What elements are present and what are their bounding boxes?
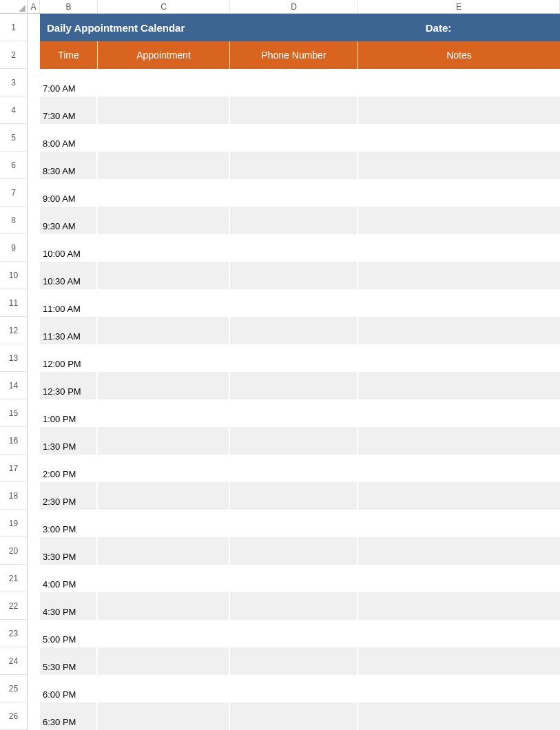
row-number[interactable]: 21 <box>0 565 27 592</box>
row-number[interactable]: 2 <box>0 41 27 69</box>
phone-cell[interactable] <box>230 592 358 620</box>
notes-cell[interactable] <box>358 207 560 234</box>
notes-cell[interactable] <box>358 344 560 372</box>
time-cell[interactable]: 5:30 PM <box>40 647 98 675</box>
time-cell[interactable]: 6:00 PM <box>40 675 98 702</box>
appointment-cell[interactable] <box>98 455 230 482</box>
time-cell[interactable]: 3:00 PM <box>40 510 98 537</box>
notes-cell[interactable] <box>358 455 560 482</box>
phone-cell[interactable] <box>230 537 358 565</box>
appointment-cell[interactable] <box>98 179 230 207</box>
appointment-cell[interactable] <box>98 234 230 262</box>
phone-cell[interactable] <box>230 702 358 730</box>
notes-cell[interactable] <box>358 289 560 317</box>
title-row[interactable]: Daily Appointment Calendar Date: <box>40 14 560 41</box>
header-phone[interactable]: Phone Number <box>230 41 358 69</box>
header-notes[interactable]: Notes <box>358 41 560 69</box>
row-number[interactable]: 1 <box>0 14 27 41</box>
row-number[interactable]: 5 <box>0 124 27 152</box>
row-number[interactable]: 15 <box>0 399 27 427</box>
phone-cell[interactable] <box>230 96 358 124</box>
phone-cell[interactable] <box>230 179 358 207</box>
appointment-cell[interactable] <box>98 289 230 317</box>
phone-cell[interactable] <box>230 207 358 234</box>
row-number[interactable]: 9 <box>0 234 27 262</box>
notes-cell[interactable] <box>358 482 560 510</box>
notes-cell[interactable] <box>358 179 560 207</box>
notes-cell[interactable] <box>358 96 560 124</box>
notes-cell[interactable] <box>358 702 560 730</box>
appointment-cell[interactable] <box>98 427 230 455</box>
phone-cell[interactable] <box>230 124 358 152</box>
column-header-B[interactable]: B <box>40 0 98 13</box>
appointment-cell[interactable] <box>98 510 230 537</box>
row-number[interactable]: 18 <box>0 482 27 510</box>
phone-cell[interactable] <box>230 427 358 455</box>
time-cell[interactable]: 12:30 PM <box>40 372 98 399</box>
notes-cell[interactable] <box>358 675 560 702</box>
row-number[interactable]: 11 <box>0 289 27 317</box>
row-number[interactable]: 13 <box>0 344 27 372</box>
phone-cell[interactable] <box>230 620 358 647</box>
notes-cell[interactable] <box>358 372 560 399</box>
phone-cell[interactable] <box>230 69 358 96</box>
appointment-cell[interactable] <box>98 620 230 647</box>
row-number[interactable]: 8 <box>0 207 27 234</box>
time-cell[interactable]: 12:00 PM <box>40 344 98 372</box>
notes-cell[interactable] <box>358 399 560 427</box>
appointment-cell[interactable] <box>98 675 230 702</box>
notes-cell[interactable] <box>358 152 560 179</box>
column-header-E[interactable]: E <box>358 0 560 13</box>
time-cell[interactable]: 8:00 AM <box>40 124 98 152</box>
time-cell[interactable]: 9:30 AM <box>40 207 98 234</box>
time-cell[interactable]: 1:00 PM <box>40 399 98 427</box>
notes-cell[interactable] <box>358 537 560 565</box>
time-cell[interactable]: 4:30 PM <box>40 592 98 620</box>
appointment-cell[interactable] <box>98 372 230 399</box>
phone-cell[interactable] <box>230 482 358 510</box>
phone-cell[interactable] <box>230 344 358 372</box>
phone-cell[interactable] <box>230 565 358 592</box>
time-cell[interactable]: 8:30 AM <box>40 152 98 179</box>
notes-cell[interactable] <box>358 592 560 620</box>
phone-cell[interactable] <box>230 152 358 179</box>
appointment-cell[interactable] <box>98 124 230 152</box>
appointment-cell[interactable] <box>98 262 230 289</box>
row-number[interactable]: 12 <box>0 317 27 344</box>
time-cell[interactable]: 5:00 PM <box>40 620 98 647</box>
header-appointment[interactable]: Appointment <box>98 41 230 69</box>
appointment-cell[interactable] <box>98 537 230 565</box>
row-number[interactable]: 23 <box>0 620 27 647</box>
select-all-corner[interactable] <box>0 0 28 14</box>
phone-cell[interactable] <box>230 317 358 344</box>
time-cell[interactable]: 9:00 AM <box>40 179 98 207</box>
phone-cell[interactable] <box>230 510 358 537</box>
notes-cell[interactable] <box>358 565 560 592</box>
appointment-cell[interactable] <box>98 702 230 730</box>
appointment-cell[interactable] <box>98 482 230 510</box>
time-cell[interactable]: 10:00 AM <box>40 234 98 262</box>
time-cell[interactable]: 3:30 PM <box>40 537 98 565</box>
time-cell[interactable]: 1:30 PM <box>40 427 98 455</box>
appointment-cell[interactable] <box>98 565 230 592</box>
row-number[interactable]: 20 <box>0 537 27 565</box>
row-number[interactable]: 26 <box>0 702 27 730</box>
row-number[interactable]: 7 <box>0 179 27 207</box>
row-number[interactable]: 17 <box>0 455 27 482</box>
row-number[interactable]: 3 <box>0 69 27 96</box>
time-cell[interactable]: 6:30 PM <box>40 702 98 730</box>
notes-cell[interactable] <box>358 69 560 96</box>
time-cell[interactable]: 7:30 AM <box>40 96 98 124</box>
column-header-D[interactable]: D <box>230 0 358 13</box>
appointment-cell[interactable] <box>98 96 230 124</box>
header-time[interactable]: Time <box>40 41 98 69</box>
time-cell[interactable]: 7:00 AM <box>40 69 98 96</box>
row-number[interactable]: 6 <box>0 152 27 179</box>
notes-cell[interactable] <box>358 647 560 675</box>
row-number[interactable]: 10 <box>0 262 27 289</box>
appointment-cell[interactable] <box>98 592 230 620</box>
row-number[interactable]: 25 <box>0 675 27 702</box>
time-cell[interactable]: 11:00 AM <box>40 289 98 317</box>
phone-cell[interactable] <box>230 647 358 675</box>
notes-cell[interactable] <box>358 427 560 455</box>
